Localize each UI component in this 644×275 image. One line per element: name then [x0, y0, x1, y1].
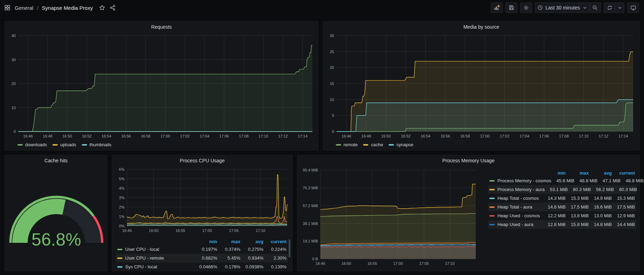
- svg-text:16:55: 16:55: [176, 228, 185, 233]
- save-icon: [509, 5, 514, 10]
- legend-row-User CPU - local[interactable]: User CPU - local0.197%0.374%0.275%0.224%: [116, 245, 288, 254]
- legend-label: downloads: [25, 142, 47, 147]
- legend-sort-avg[interactable]: avg: [240, 239, 263, 244]
- svg-text:25: 25: [330, 50, 334, 54]
- clock-icon: [537, 5, 543, 10]
- dashboard-title[interactable]: Synapse Media Proxy: [42, 5, 93, 11]
- svg-text:0: 0: [14, 129, 16, 134]
- svg-text:17:08: 17:08: [559, 134, 569, 138]
- svg-text:10: 10: [12, 106, 16, 110]
- legend-label: Heap Total - aura: [497, 204, 532, 210]
- legend-value: 17.5 MiB: [566, 204, 589, 210]
- legend-value: 56.2 MiB: [591, 187, 614, 192]
- legend-row-Process Memory - aura[interactable]: Process Memory - aura53.1 MiB80.3 MiB56.…: [488, 185, 636, 194]
- legend-value: 45.6 MiB: [551, 178, 574, 183]
- breadcrumb-folder[interactable]: General: [15, 5, 33, 11]
- panel-title-process-cpu[interactable]: Process CPU Usage: [112, 155, 292, 165]
- star-icon[interactable]: [99, 5, 105, 11]
- legend-sort-avg[interactable]: avg: [589, 170, 612, 176]
- legend-item-uploads[interactable]: uploads: [52, 142, 76, 147]
- legend-label: User CPU - remote: [125, 255, 164, 261]
- svg-text:17:00: 17:00: [393, 261, 403, 266]
- svg-text:30: 30: [12, 58, 16, 62]
- legend-sort-min[interactable]: min: [194, 239, 217, 244]
- legend-value: 5.45%: [217, 255, 240, 261]
- add-panel-button[interactable]: [491, 2, 503, 13]
- legend-value: 14.8 MiB: [543, 204, 566, 210]
- legend-sort-current[interactable]: current: [263, 239, 286, 244]
- legend-item-cache[interactable]: cache: [363, 142, 383, 147]
- legend-row-Heap Used - aura[interactable]: Heap Used - aura12.8 MiB15.8 MiB14.8 MiB…: [488, 220, 636, 229]
- svg-text:17:02: 17:02: [500, 134, 510, 138]
- legend-value: 2.30%: [263, 255, 286, 261]
- legend-row-Sys CPU - local[interactable]: Sys CPU - local0.0466%0.176%0.0938%0.139…: [116, 262, 288, 271]
- legend-value: 14.3 MiB: [543, 196, 566, 201]
- svg-text:4%: 4%: [119, 186, 125, 190]
- svg-text:16:45: 16:45: [316, 261, 325, 266]
- svg-text:40: 40: [12, 34, 16, 38]
- series-swatch: [363, 144, 368, 146]
- panel-title-cache-hits[interactable]: Cache hits: [5, 155, 107, 165]
- apps-grid-icon[interactable]: [4, 5, 10, 11]
- time-range-picker[interactable]: Last 30 minutes: [535, 2, 589, 13]
- svg-text:16:45: 16:45: [122, 228, 132, 233]
- svg-text:16:54: 16:54: [102, 134, 112, 138]
- svg-text:76.3 MiB: 76.3 MiB: [303, 186, 318, 190]
- legend-table-header: minmaxavgcurrent: [488, 169, 636, 176]
- legend-value: 14.4 MiB: [612, 222, 635, 227]
- legend-row-Process Memory - cosmos[interactable]: Process Memory - cosmos45.6 MiB48.8 MiB4…: [488, 176, 636, 185]
- svg-text:19.1 MiB: 19.1 MiB: [303, 239, 318, 243]
- series-swatch: [117, 266, 122, 268]
- legend-item-synapse[interactable]: synapse: [389, 142, 413, 147]
- chart-series: [337, 52, 633, 132]
- legend-row-Heap Used - cosmos[interactable]: Heap Used - cosmos12.2 MiB13.8 MiB13.0 M…: [488, 211, 636, 220]
- gear-icon: [523, 5, 529, 10]
- svg-text:2%: 2%: [119, 205, 125, 209]
- panel-title-process-memory[interactable]: Process Memory Usage: [297, 155, 639, 165]
- plus-icon: [498, 5, 500, 7]
- legend-value: 80.3 MiB: [568, 187, 591, 192]
- save-dashboard-button[interactable]: [505, 2, 517, 13]
- series-swatch: [117, 249, 122, 250]
- legend-value: 0.224%: [263, 247, 286, 252]
- svg-text:17:05: 17:05: [229, 228, 239, 233]
- legend-value: 15.3 MiB: [566, 196, 589, 201]
- panel-requests: Requests 01020304016:4616:4816:5016:5216…: [5, 21, 318, 150]
- svg-text:16:50: 16:50: [149, 228, 159, 233]
- legend-row-Heap Total - aura[interactable]: Heap Total - aura14.8 MiB17.5 MiB16.6 Mi…: [488, 203, 636, 211]
- refresh-button[interactable]: [604, 2, 616, 13]
- legend-row-User CPU - remote[interactable]: User CPU - remote0.682%5.45%0.934%2.30%: [116, 254, 288, 262]
- legend-label: Process Memory - cosmos: [497, 178, 551, 183]
- legend-label: Heap Used - aura: [497, 222, 533, 227]
- legend-label: Sys CPU - local: [125, 264, 157, 269]
- legend-item-remote[interactable]: remote: [336, 142, 358, 147]
- svg-text:16:50: 16:50: [341, 261, 351, 266]
- svg-text:17:06: 17:06: [219, 134, 229, 138]
- cache-hits-gauge: 56.8%: [6, 181, 107, 252]
- legend-label: Heap Used - cosmos: [497, 213, 540, 218]
- refresh-interval-button[interactable]: [615, 2, 624, 13]
- share-icon[interactable]: [109, 5, 116, 11]
- legend-item-thumbnails[interactable]: thumbnails: [82, 142, 112, 147]
- panel-title-requests[interactable]: Requests: [5, 22, 318, 31]
- legend-sort-max[interactable]: max: [566, 170, 589, 176]
- svg-text:15: 15: [330, 82, 334, 86]
- legend-value: 15.3 MiB: [612, 196, 635, 201]
- legend-row-Heap Total - cosmos[interactable]: Heap Total - cosmos14.3 MiB15.3 MiB14.9 …: [488, 194, 636, 203]
- legend-sort-min[interactable]: min: [543, 170, 566, 176]
- svg-text:17:12: 17:12: [599, 134, 608, 138]
- dashboard-settings-button[interactable]: [520, 2, 532, 13]
- legend-value: 48.8 MiB: [621, 178, 644, 183]
- legend-value: 47.1 MiB: [597, 178, 621, 183]
- cycle-view-mode-button[interactable]: [627, 2, 639, 13]
- legend-sort-max[interactable]: max: [217, 239, 240, 244]
- zoom-out-button[interactable]: [589, 2, 601, 13]
- legend-sort-current[interactable]: current: [612, 170, 635, 176]
- legend-item-downloads[interactable]: downloads: [17, 142, 47, 147]
- legend-scrollbar[interactable]: [289, 239, 290, 258]
- svg-text:5%: 5%: [119, 177, 125, 181]
- refresh-icon: [607, 5, 613, 10]
- panel-title-media[interactable]: Media by source: [323, 22, 639, 31]
- svg-text:16:55: 16:55: [367, 261, 377, 266]
- svg-text:17:00: 17:00: [480, 134, 490, 138]
